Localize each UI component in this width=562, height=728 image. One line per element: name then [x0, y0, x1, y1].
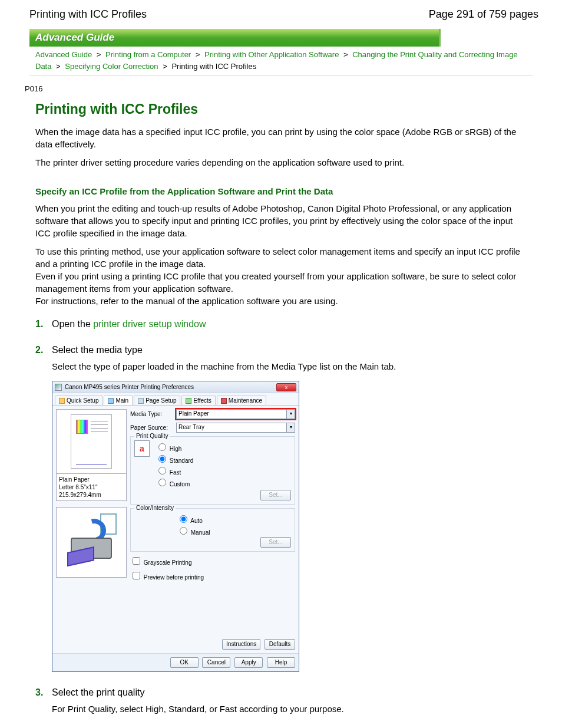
breadcrumb: Advanced Guide > Printing from a Compute…	[35, 49, 527, 72]
color-intensity-group: Color/Intensity Auto Manual Set...	[130, 508, 295, 552]
step-title-3: Select the print quality	[52, 687, 144, 698]
paper-info: Plain Paper Letter 8.5"x11" 215.9x279.4m…	[56, 474, 127, 501]
crumb-sep: >	[97, 50, 101, 59]
paper-info-size: Letter 8.5"x11" 215.9x279.4mm	[59, 483, 124, 499]
tab-page-setup[interactable]: Page Setup	[134, 396, 180, 405]
quality-fast-radio[interactable]: Fast	[156, 465, 193, 476]
crumb-sep: >	[56, 62, 61, 71]
dialog-title: Canon MP495 series Printer Printing Pref…	[65, 384, 276, 390]
paper-source-select[interactable]: Rear Tray ▾	[176, 423, 295, 433]
quality-custom-radio[interactable]: Custom	[156, 477, 193, 487]
tab-effects[interactable]: Effects	[181, 396, 215, 405]
print-quality-label: Print Quality	[134, 433, 170, 439]
crumb-sep: >	[343, 50, 348, 59]
tab-main[interactable]: Main	[104, 396, 133, 405]
color-manual-radio[interactable]: Manual	[177, 525, 291, 536]
chevron-down-icon: ▾	[286, 423, 295, 432]
paper-info-type: Plain Paper	[59, 476, 124, 483]
dialog-tabs: Quick Setup Main Page Setup Effects Main…	[52, 393, 299, 406]
media-type-label: Media Type:	[130, 411, 173, 417]
crumb-specifying-color-correction[interactable]: Specifying Color Correction	[65, 62, 158, 71]
page-ref: P016	[25, 84, 562, 93]
paper-source-label: Paper Source:	[130, 424, 173, 431]
print-quality-group: Print Quality a High Standard Fast Custo…	[130, 436, 295, 505]
defaults-button[interactable]: Defaults	[265, 639, 295, 650]
tab-maintenance[interactable]: Maintenance	[217, 396, 266, 405]
step-title-2: Select the media type	[52, 345, 143, 355]
crumb-sep: >	[196, 50, 200, 59]
step-num-2: 2.	[35, 345, 52, 355]
step-3-body: For Print Quality, select High, Standard…	[52, 703, 527, 715]
page-title: Printing with ICC Profiles	[35, 101, 527, 117]
quality-set-button[interactable]: Set...	[260, 490, 291, 500]
printer-driver-setup-link[interactable]: printer driver setup window	[93, 319, 206, 329]
color-intensity-label: Color/Intensity	[134, 505, 176, 511]
section-heading: Specify an ICC Profile from the Applicat…	[35, 186, 527, 196]
quality-standard-radio[interactable]: Standard	[156, 453, 193, 464]
doc-title: Printing with ICC Profiles	[29, 8, 147, 21]
step-num-3: 3.	[35, 687, 52, 698]
quality-high-radio[interactable]: High	[156, 442, 193, 452]
close-button[interactable]: x	[276, 383, 296, 391]
step-2-body: Select the type of paper loaded in the m…	[52, 360, 527, 373]
crumb-printing-other-app[interactable]: Printing with Other Application Software	[204, 50, 339, 59]
intro-para-1: When the image data has a specified inpu…	[35, 126, 527, 150]
step-title-1: Open the printer driver setup window	[52, 319, 206, 330]
section-para-2: To use this printing method, use your ap…	[35, 245, 527, 307]
step-num-1: 1.	[35, 319, 52, 330]
crumb-advanced-guide[interactable]: Advanced Guide	[35, 50, 92, 59]
preview-before-checkbox[interactable]: Preview before printing	[130, 574, 204, 581]
cancel-button[interactable]: Cancel	[202, 657, 230, 668]
crumb-sep: >	[163, 62, 167, 71]
page-preview	[56, 409, 127, 474]
tab-quick-setup[interactable]: Quick Setup	[55, 396, 103, 405]
media-type-select[interactable]: Plain Paper ▾	[176, 409, 295, 419]
color-auto-radio[interactable]: Auto	[177, 513, 291, 524]
crumb-current: Printing with ICC Profiles	[171, 62, 256, 71]
help-button[interactable]: Help	[267, 657, 295, 668]
banner-advanced-guide: Advanced Guide	[29, 29, 441, 47]
quality-thumbnail: a	[134, 440, 150, 457]
ok-button[interactable]: OK	[170, 657, 199, 668]
section-para-1: When you print the editing and touch-up …	[35, 202, 527, 239]
printing-preferences-dialog: Canon MP495 series Printer Printing Pref…	[52, 381, 299, 672]
intro-para-2: The printer driver setting procedure var…	[35, 156, 527, 169]
apply-button[interactable]: Apply	[234, 657, 263, 668]
grayscale-checkbox[interactable]: Grayscale Printing	[130, 559, 191, 566]
page-indicator: Page 291 of 759 pages	[429, 8, 538, 21]
crumb-printing-from-computer[interactable]: Printing from a Computer	[105, 50, 191, 59]
printer-illustration	[56, 507, 127, 578]
chevron-down-icon: ▾	[286, 410, 295, 419]
divider	[29, 75, 533, 76]
instructions-button[interactable]: Instructions	[222, 639, 260, 650]
color-set-button[interactable]: Set...	[260, 537, 291, 548]
dialog-icon	[55, 384, 62, 391]
step-1-text: Open the	[52, 319, 93, 329]
